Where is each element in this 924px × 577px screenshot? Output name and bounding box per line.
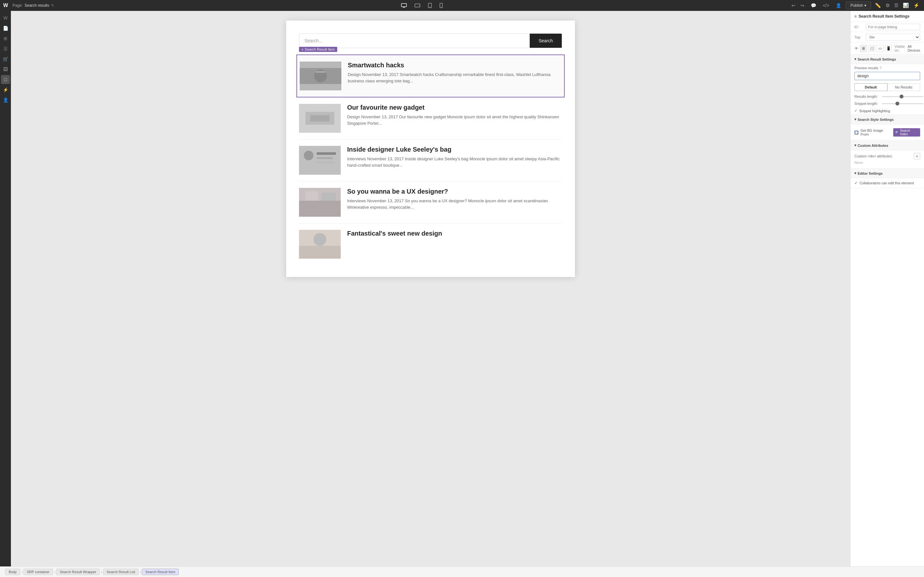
no-results-btn[interactable]: No Results <box>887 83 921 91</box>
sidebar-icon-interactions[interactable]: ⚡ <box>1 85 10 94</box>
breadcrumb-sep-4: › <box>140 570 141 574</box>
result-thumbnail-2 <box>299 104 341 133</box>
comments-btn[interactable]: 💬 <box>809 2 818 9</box>
bg-image-checkbox[interactable] <box>855 131 859 135</box>
snippet-highlighting-row: ✓ Snippet highlighting <box>851 107 924 114</box>
custom-attributes-header[interactable]: ▾ Custom Attributes <box>851 141 924 150</box>
search-result-settings-header[interactable]: ▾ Search Result Settings <box>851 55 924 64</box>
breadcrumb-srp-container[interactable]: SRP container <box>23 569 53 575</box>
custom-div-label: Custom <div> attributes: <box>855 154 893 158</box>
sidebar-icon-components[interactable]: ⊞ <box>1 34 10 43</box>
result-content-3: Inside designer Luke Seeley's bag Interv… <box>347 146 562 175</box>
page-name: Search results <box>24 3 49 8</box>
search-index-badge[interactable]: 🔍 Search Index <box>893 128 920 137</box>
mobile-visibility-btn[interactable]: 📱 <box>885 45 892 52</box>
breadcrumb-search-result-list[interactable]: Search Result List <box>103 569 139 575</box>
table-row[interactable]: So you wanna be a UX designer? Interview… <box>299 181 562 223</box>
svg-rect-22 <box>299 201 341 217</box>
snippet-length-label: Snippet length: <box>855 102 880 105</box>
result-excerpt-1: Design November 13, 2017 Smartwatch hack… <box>348 71 561 84</box>
result-title-3: Inside designer Luke Seeley's bag <box>347 146 562 153</box>
tag-row: Tag: Div <box>851 32 924 43</box>
collaborators-check-icon: ✓ <box>855 181 858 185</box>
none-label: None <box>855 159 920 166</box>
pen-tool-btn[interactable]: ✏️ <box>874 1 882 10</box>
collaborators-label: Collaborators can edit this element <box>859 181 914 185</box>
share-btn[interactable]: 👤 <box>834 2 843 9</box>
breadcrumb-body[interactable]: Body <box>5 569 20 575</box>
redo-btn[interactable]: ↪ <box>798 2 806 9</box>
sidebar-icon-users[interactable]: 👤 <box>1 95 10 105</box>
menu-tool-btn[interactable]: ☰ <box>893 1 900 10</box>
add-custom-attr-btn[interactable]: + <box>914 153 920 159</box>
result-content-2: Our favourite new gadget Design November… <box>347 104 562 133</box>
sidebar-icon-elements[interactable]: □ <box>1 75 10 84</box>
sidebar-icon-cms[interactable]: ☰ <box>1 44 10 53</box>
tablet-l-visibility-btn[interactable]: ⬜ <box>868 45 875 52</box>
logo: W <box>3 3 8 8</box>
tablet-p-visibility-btn[interactable]: ▭ <box>877 45 884 52</box>
help-icon[interactable]: ? <box>880 66 882 70</box>
search-icon: 🔍 <box>895 131 899 134</box>
table-row[interactable]: Inside designer Luke Seeley's bag Interv… <box>299 139 562 181</box>
snippet-length-slider[interactable] <box>882 103 923 104</box>
canvas: Search ≡ Search Result Item <box>11 11 850 566</box>
result-thumbnail-3 <box>299 146 341 175</box>
id-input[interactable] <box>866 24 920 30</box>
breadcrumb-search-result-item[interactable]: Search Result Item <box>142 569 179 575</box>
code-btn[interactable]: </> <box>821 2 831 9</box>
result-content-1: Smartwatch hacks Design November 13, 201… <box>348 61 561 90</box>
sidebar-icon-ecom[interactable]: 🛒 <box>1 55 10 63</box>
default-btn[interactable]: Default <box>855 83 887 91</box>
results-length-slider[interactable] <box>882 96 923 97</box>
search-style-settings-header[interactable]: ▾ Search Style Settings <box>851 115 924 124</box>
breadcrumb-search-result-wrapper[interactable]: Search Result Wrapper <box>56 569 100 575</box>
tablet-landscape-device-btn[interactable] <box>413 2 422 9</box>
desktop-visibility-btn[interactable]: 🖥 <box>860 45 867 52</box>
undo-redo-group: ↩ ↪ <box>790 2 806 9</box>
result-excerpt-4: Interviews November 13, 2017 So you wann… <box>347 198 562 210</box>
table-row[interactable]: Smartwatch hacks Design November 13, 201… <box>296 55 565 97</box>
snippet-length-row: Snippet length: 140 <box>851 100 924 107</box>
custom-attributes-section: ▾ Custom Attributes Custom <div> attribu… <box>851 141 924 169</box>
undo-btn[interactable]: ↩ <box>790 2 797 9</box>
tablet-portrait-device-btn[interactable] <box>427 2 433 9</box>
editor-settings-section: ▾ Editor Settings ✓ Collaborators can ed… <box>851 169 924 188</box>
sidebar-icon-media[interactable]: 🖼 <box>1 65 10 74</box>
publish-btn[interactable]: Publish ▾ <box>846 2 871 9</box>
table-row[interactable]: Fantastical's sweet new design <box>299 223 562 265</box>
preview-input[interactable] <box>855 72 920 80</box>
result-excerpt-3: Interviews November 13, 2017 Inside desi… <box>347 156 562 168</box>
table-row[interactable]: Our favourite new gadget Design November… <box>299 97 562 139</box>
page-edit-icon[interactable]: ✎ <box>51 3 54 8</box>
chevron-down-icon: ▾ <box>855 143 856 147</box>
result-thumbnail-5 <box>299 230 341 259</box>
mobile-device-btn[interactable] <box>438 2 444 9</box>
svg-point-8 <box>441 7 441 7</box>
analytics-tool-btn[interactable]: 📊 <box>901 1 910 10</box>
search-bar: Search <box>299 33 562 48</box>
editor-settings-header[interactable]: ▾ Editor Settings <box>851 169 924 178</box>
device-icons-row: 🖥 ⬜ ▭ 📱 <box>860 45 892 52</box>
lightning-tool-btn[interactable]: ⚡ <box>912 1 921 10</box>
preview-results-label: Preview results <box>855 66 879 70</box>
settings-tool-btn[interactable]: ⚙ <box>884 1 891 10</box>
sidebar-icon-pages[interactable]: 📄 <box>1 24 10 33</box>
breadcrumb-sep-3: › <box>101 570 102 574</box>
chevron-down-icon: ▾ <box>855 171 856 175</box>
collaborators-row: ✓ Collaborators can edit this element <box>855 181 920 185</box>
search-input[interactable] <box>299 34 530 48</box>
search-button[interactable]: Search <box>530 34 562 48</box>
result-thumbnail-1 <box>300 61 341 90</box>
search-result-icon: ≡ <box>855 14 857 19</box>
breadcrumb-sep-2: › <box>54 570 55 574</box>
desktop-device-btn[interactable] <box>400 2 408 9</box>
sidebar-icon-logo[interactable]: W <box>1 13 10 23</box>
svg-rect-26 <box>299 246 341 259</box>
panel-header: ≡ Search Result Item Settings <box>851 11 924 22</box>
visible-on-label: Visible on: <box>895 45 906 52</box>
tag-select[interactable]: Div <box>866 34 920 41</box>
svg-point-27 <box>313 233 326 246</box>
topbar-right: ↩ ↪ 💬 </> 👤 Publish ▾ ✏️ ⚙ ☰ 📊 ⚡ <box>790 1 921 10</box>
visibility-row: 👁 🖥 ⬜ ▭ 📱 Visible on: All Devices <box>851 43 924 55</box>
